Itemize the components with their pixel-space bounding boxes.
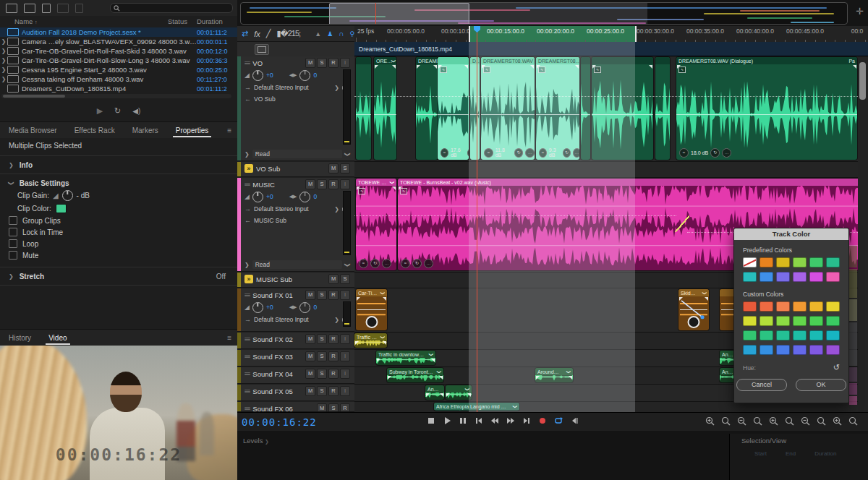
color-swatch[interactable]: [826, 301, 840, 312]
checkbox[interactable]: [9, 239, 17, 248]
clip-gain-knob-icon[interactable]: ≈: [441, 148, 448, 158]
track-arm-record-button[interactable]: R: [328, 334, 339, 344]
zoom-in-at-in-point-button[interactable]: [737, 416, 746, 426]
track-gain-knob[interactable]: [252, 70, 263, 81]
color-swatch[interactable]: [793, 272, 807, 282]
pan-tool-icon[interactable]: ✛: [856, 6, 864, 17]
color-swatch[interactable]: [743, 316, 757, 326]
clip[interactable]: D…: [470, 57, 480, 160]
zoom-out-time-button[interactable]: [721, 416, 731, 426]
fade-in-handle[interactable]: [426, 393, 430, 397]
clip[interactable]: [356, 57, 371, 160]
fade-in-handle[interactable]: [375, 65, 378, 69]
clip-gain-knob-icon[interactable]: ≈: [539, 148, 547, 158]
fade-out-handle[interactable]: [575, 65, 579, 69]
playhead-line[interactable]: [477, 26, 477, 412]
zoom-in-time-button[interactable]: [705, 416, 715, 426]
color-swatch[interactable]: [760, 330, 773, 340]
color-swatch[interactable]: [793, 330, 807, 340]
checkbox[interactable]: [9, 228, 17, 236]
track-arm-record-button[interactable]: R: [328, 58, 339, 68]
clip[interactable]: DREAMERST08.WAV (D… ❯∿≈11.8 dB↻…: [481, 57, 535, 160]
clip-menu-chevron-icon[interactable]: ❯: [380, 291, 386, 294]
color-swatch[interactable]: [776, 257, 790, 267]
track-header-sound-fx-04[interactable]: ≡≡Sound FX 04MSRI: [237, 367, 354, 384]
clip-comment-icon[interactable]: …: [382, 259, 391, 268]
clip-gain-knob-icon[interactable]: ≈: [359, 259, 368, 268]
fade-out-handle[interactable]: [383, 341, 386, 345]
expand-chevron-icon[interactable]: ❯: [0, 57, 7, 64]
color-swatch[interactable]: [760, 316, 773, 326]
color-swatch[interactable]: [809, 345, 823, 355]
clip-comment-icon[interactable]: …: [722, 148, 731, 158]
clip-menu-chevron-icon[interactable]: ❯: [380, 335, 386, 338]
fade-in-handle[interactable]: [536, 376, 540, 380]
color-swatch[interactable]: [776, 272, 790, 282]
clip-menu-chevron-icon[interactable]: ❯: [465, 387, 470, 390]
track-gain-knob[interactable]: [252, 192, 263, 202]
clip-menu-chevron-icon[interactable]: ❯: [390, 180, 395, 184]
file-row[interactable]: Audition Fall 2018 Demo Project.sesx *00…: [0, 27, 237, 37]
zoom-in-full-button[interactable]: [817, 416, 826, 426]
track-header-vo[interactable]: ≡≡VOMSRI◢+0◀▶0(≡)→Default Stereo Input❯←…: [237, 56, 354, 161]
color-swatch[interactable]: [826, 272, 840, 282]
track-solo-button[interactable]: S: [317, 386, 327, 396]
stop-button[interactable]: [427, 416, 435, 425]
clip-menu-chevron-icon[interactable]: ❯: [429, 352, 434, 356]
track-header-sound-fx-06[interactable]: ≡≡Sound FX 06MSR: [237, 402, 354, 412]
play-button[interactable]: [443, 416, 451, 425]
file-row[interactable]: ❯Cessna 195 Engine Start_2 48000 3.wav00…: [0, 65, 237, 74]
track-mute-button[interactable]: M: [305, 290, 315, 300]
color-swatch[interactable]: [809, 301, 823, 312]
panel-menu-icon[interactable]: ≡: [227, 334, 231, 342]
column-status[interactable]: Status: [168, 17, 187, 25]
clip[interactable]: Skid… ❯: [678, 289, 709, 330]
color-swatch[interactable]: [809, 272, 823, 282]
track-lane-vo-sub[interactable]: [354, 162, 868, 178]
skip-to-start-button[interactable]: [475, 416, 483, 425]
fade-out-handle[interactable]: [530, 65, 534, 69]
fade-in-handle[interactable]: [446, 393, 450, 397]
track-pan-knob[interactable]: [299, 192, 310, 202]
track-solo-button[interactable]: S: [328, 403, 339, 412]
fade-out-handle[interactable]: [705, 297, 708, 301]
column-name[interactable]: Name ↑: [14, 17, 37, 25]
video-monitor-icon[interactable]: [255, 44, 269, 55]
clip[interactable]: Subway in Toront… ❯: [387, 368, 443, 382]
new-file-icon[interactable]: [42, 4, 51, 13]
track-monitor-input-button[interactable]: I: [340, 351, 350, 361]
import-files-icon[interactable]: [24, 4, 35, 13]
column-duration[interactable]: Duration: [197, 17, 223, 25]
color-swatch[interactable]: [793, 345, 807, 355]
fade-in-handle[interactable]: [355, 341, 359, 345]
color-swatch[interactable]: [776, 316, 790, 326]
color-swatch[interactable]: [776, 301, 790, 312]
track-gain-knob[interactable]: [252, 302, 263, 313]
fade-in-handle[interactable]: [679, 297, 683, 301]
expand-chevron-icon[interactable]: ❯: [0, 48, 7, 54]
track-input-select[interactable]: Default Stereo Input: [254, 84, 309, 91]
hue-reset-icon[interactable]: ↺: [833, 363, 840, 372]
color-swatch-none[interactable]: [743, 257, 757, 267]
track-lane-sound-fx-06[interactable]: [354, 402, 868, 413]
clip-comment-icon[interactable]: …: [424, 259, 433, 268]
checkbox[interactable]: [9, 216, 17, 225]
record-button[interactable]: [538, 416, 547, 425]
clip-gain-knob[interactable]: [62, 190, 73, 201]
fade-out-handle[interactable]: [467, 393, 471, 397]
track-mute-button[interactable]: M: [328, 274, 339, 284]
color-swatch[interactable]: [760, 345, 773, 355]
rewind-button[interactable]: [490, 416, 499, 425]
fade-out-handle[interactable]: [464, 65, 468, 69]
color-swatch[interactable]: [743, 272, 757, 282]
track-arm-record-button[interactable]: R: [328, 351, 339, 361]
track-solo-button[interactable]: S: [317, 351, 327, 361]
track-monitor-input-button[interactable]: I: [340, 58, 350, 68]
clip-level-knob[interactable]: [365, 316, 378, 328]
clip[interactable]: ∿≈17.6 dB↻…: [438, 57, 469, 160]
fade-out-handle[interactable]: [569, 376, 572, 380]
track-monitor-input-button[interactable]: I: [340, 334, 350, 344]
clip-loop-icon[interactable]: ↻: [467, 148, 469, 158]
color-swatch[interactable]: [760, 257, 773, 267]
selection-left-bracket[interactable]: [469, 26, 474, 42]
